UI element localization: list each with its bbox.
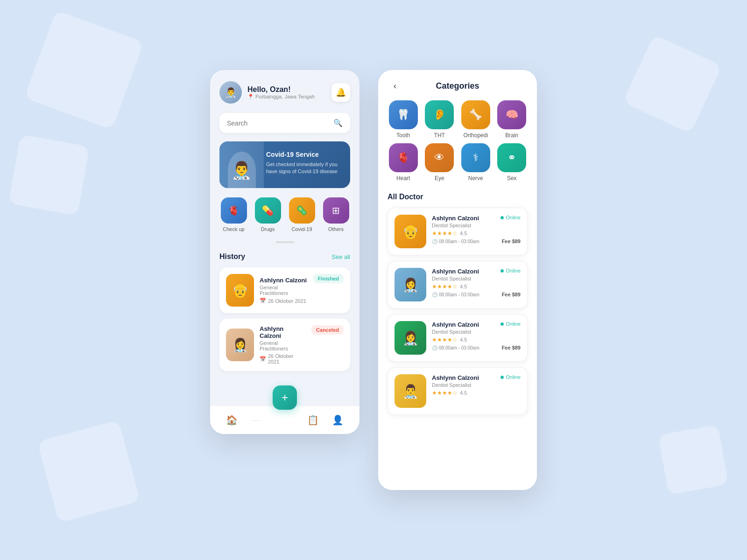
doctor-avatar-icon-4: 👨‍⚕️ [402,384,419,399]
search-bar[interactable]: 🔍 [219,113,350,133]
category-brain[interactable]: 🧠 Brain [496,100,528,139]
orthopedi-icon-bg: 🦴 [461,100,490,129]
online-dot-1 [500,216,504,219]
nav-profile[interactable]: 👤 [330,412,346,428]
doctor-time-1: 🕐 08:00am - 03:00am [432,239,479,244]
doctor-specialty-4: Dentist Specialist [432,382,521,388]
left-phone: 👨‍⚕️ Hello, Ozan! 📍 Purbaingga, Jawa Ten… [210,70,359,434]
doctor-time-2: 🕐 08:00am - 03:00am [432,292,479,297]
doctor-rating-2: 4.5 [460,284,467,289]
eye-icon-bg: 👁 [425,143,454,172]
header-text: Hello, Ozan! 📍 Purbaingga, Jawa Tengah [247,85,315,100]
doctor-avatar-icon-1: 👴 [402,224,419,239]
doctor-footer-2: 🕐 08:00am - 03:00am Fee $89 [432,292,521,297]
category-grid: 🦷 Tooth 👂 THT 🦴 Orthopedi 🧠 [388,100,528,182]
calendar-icon: 📅 [260,298,266,304]
history-name-2: Ashlynn Calzoni [260,325,306,339]
tooth-label: Tooth [396,132,410,139]
doctor-avatar-1: 👴 [395,215,426,248]
doctor-avatar-icon-3: 👩‍⚕️ [402,330,419,346]
doctor-footer-3: 🕐 08:00am - 03:00am Fee $89 [432,345,521,350]
quick-drugs[interactable]: 💊 Drugs [254,197,282,232]
phones-container: 👨‍⚕️ Hello, Ozan! 📍 Purbaingga, Jawa Ten… [210,70,537,490]
bone-icon: 🦴 [469,109,482,121]
sex-label: Sex [507,175,517,182]
doctor-footer-1: 🕐 08:00am - 03:00am Fee $89 [432,238,521,244]
drugs-label: Drugs [261,226,275,232]
doctor-avatar-3: 👩‍⚕️ [395,321,426,355]
online-status-1: Online [500,215,521,220]
notification-button[interactable]: 🔔 [331,83,350,102]
right-phone: ‹ Categories 🦷 Tooth 👂 THT 🦴 [378,70,537,490]
doctor-rating-4: 4.5 [460,390,467,396]
online-dot-2 [500,269,504,273]
back-button[interactable]: ‹ [388,79,402,94]
doctor-top-4: Ashlynn Calzoni Online [432,374,521,381]
bottom-navigation: 🏠 ··· 📋 👤 [210,406,359,434]
nerve-icon: ⚕ [473,152,479,164]
see-all-button[interactable]: See all [331,253,350,260]
history-date-2: 📅 26 Oktober 2021 [260,353,306,364]
doctor-card-3: 👩‍⚕️ Ashlynn Calzoni Online Dentist Spec… [388,314,528,362]
quick-actions: 🫀 Check up 💊 Drugs 🦠 Covid-19 ⊞ [219,197,350,232]
greeting: Hello, Ozan! [247,85,315,94]
doctor-rating-1: 4.5 [460,231,467,236]
doctor-name-4: Ashlynn Calzoni [432,374,479,381]
doctor-top-3: Ashlynn Calzoni Online [432,321,521,328]
category-tht[interactable]: 👂 THT [424,100,456,139]
category-eye[interactable]: 👁 Eye [424,143,456,182]
quick-others[interactable]: ⊞ Others [322,197,350,232]
doctor-top-1: Ashlynn Calzoni Online [432,215,521,222]
category-heart[interactable]: 🫀 Heart [388,143,419,182]
doctor-top-2: Ashlynn Calzoni Online [432,268,521,275]
covid-label: Covid-19 [291,226,312,232]
doctor-fee-3: Fee $89 [502,345,521,350]
plus-icon: + [282,391,288,404]
eye-label: Eye [435,175,444,182]
history-info-2: Ashlynn Calzoni General Practitioners 📅 … [260,325,306,364]
history-status-1: Finished [313,274,344,283]
doctor-time-3: 🕐 08:00am - 03:00am [432,345,479,350]
covid-icon-bg: 🦠 [289,197,315,224]
doctor-avatar-4: 👨‍⚕️ [395,374,426,408]
history-specialty-2: General Practitioners [260,340,306,351]
search-input[interactable] [227,119,333,127]
history-name-1: Ashlynn Calzoni [260,277,308,284]
doctor-specialty-1: Dentist Specialist [432,223,521,228]
fab-button[interactable]: + [273,385,297,410]
tht-label: THT [434,132,445,139]
bell-icon: 🔔 [336,87,346,98]
doctor-specialty-3: Dentist Specialist [432,329,521,335]
brain-icon-bg: 🧠 [497,100,526,129]
category-nerve[interactable]: ⚕ Nerve [460,143,492,182]
quick-covid[interactable]: 🦠 Covid-19 [288,197,316,232]
tooth-icon: 🦷 [397,109,409,121]
orthopedi-label: Orthopedi [463,132,488,139]
online-status-3: Online [500,321,521,327]
quick-checkup[interactable]: 🫀 Check up [219,197,248,232]
banner-title: Covid-19 Service [266,151,341,158]
sex-icon: ⚭ [507,152,516,164]
nav-home[interactable]: 🏠 [223,412,240,428]
bg-decoration-2 [8,134,90,216]
category-sex[interactable]: ⚭ Sex [496,143,528,182]
grid-icon: ⊞ [332,205,340,216]
history-avatar-2: 👩‍⚕️ [226,329,254,361]
doctor-stars-4: ★★★★☆4.5 [432,390,521,396]
category-tooth[interactable]: 🦷 Tooth [388,100,419,139]
online-dot-4 [500,376,504,379]
category-orthopedi[interactable]: 🦴 Orthopedi [460,100,492,139]
section-divider [275,241,294,243]
checkup-icon-bg: 🫀 [221,197,247,224]
heart-icon: 🫀 [228,205,240,216]
doctor-name-3: Ashlynn Calzoni [432,321,479,328]
history-status-2: Canceled [311,325,344,335]
doctor-avatar-icon-2: 👩‍⚕️ [402,277,419,293]
history-item-1: 👴 Ashlynn Calzoni General Practitioners … [219,267,350,313]
nerve-label: Nerve [468,175,483,182]
nav-chat[interactable]: ··· [248,412,265,428]
clock-icon-3: 🕐 [432,345,437,350]
nav-records[interactable]: 📋 [305,412,322,428]
clock-icon-2: 🕐 [432,292,437,297]
pill-icon: 💊 [262,205,274,216]
